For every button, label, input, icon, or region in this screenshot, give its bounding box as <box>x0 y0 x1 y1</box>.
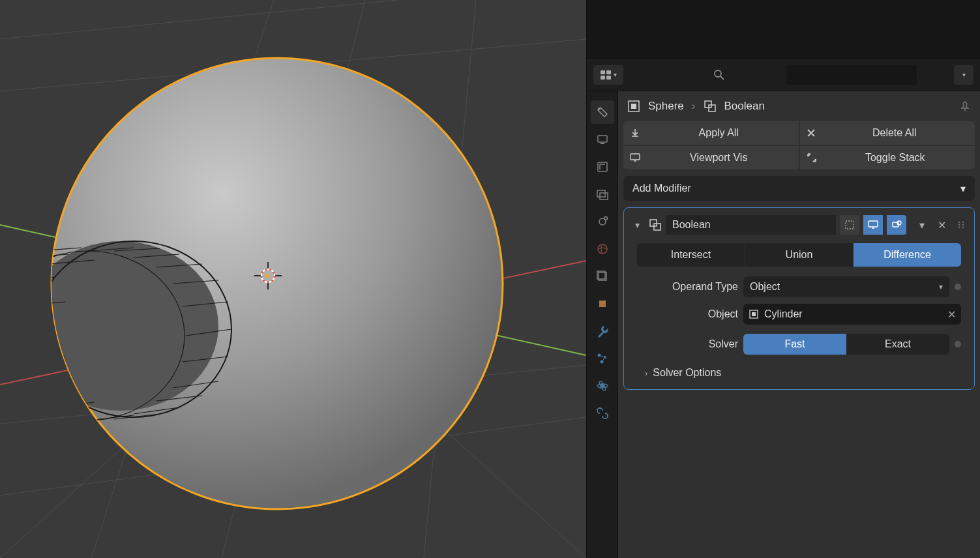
properties-search-input[interactable] <box>786 65 917 85</box>
operand-type-label: Operand Type <box>637 281 738 293</box>
operation-intersect[interactable]: Intersect <box>637 243 745 267</box>
editor-type-dropdown[interactable]: ▾ <box>593 65 623 85</box>
show-editmode-toggle[interactable] <box>840 215 859 235</box>
svg-rect-47 <box>601 70 605 74</box>
tab-world[interactable] <box>591 237 614 261</box>
breadcrumb-modifier: Boolean <box>724 100 765 113</box>
svg-rect-76 <box>709 105 715 111</box>
operation-union[interactable]: Union <box>745 243 854 267</box>
svg-point-90 <box>958 224 960 226</box>
properties-header: ▾ ▾ <box>587 59 980 91</box>
tab-tool[interactable] <box>591 100 614 124</box>
svg-rect-55 <box>601 143 604 144</box>
delete-all-button[interactable]: Delete All <box>800 121 975 145</box>
svg-point-89 <box>962 222 964 224</box>
clear-object[interactable]: ✕ <box>947 308 956 321</box>
svg-point-60 <box>604 217 607 220</box>
apply-all-button[interactable]: Apply All <box>623 121 799 145</box>
svg-rect-75 <box>705 101 711 108</box>
show-render-toggle[interactable] <box>887 215 906 235</box>
boolean-modifier-icon <box>649 218 662 231</box>
breadcrumb: Sphere › Boolean <box>618 91 980 121</box>
chevron-down-icon: ▾ <box>939 282 943 291</box>
tab-modifiers[interactable] <box>591 319 614 343</box>
svg-point-51 <box>715 70 721 77</box>
svg-point-87 <box>897 221 901 225</box>
mesh-icon <box>749 309 759 319</box>
svg-rect-50 <box>606 76 611 80</box>
tab-object[interactable] <box>591 292 614 316</box>
operation-selector: Intersect Union Difference <box>637 243 961 267</box>
properties-tabs <box>587 91 618 558</box>
modifier-batch-buttons: Apply All Delete All Viewport Vis Toggle… <box>618 121 980 176</box>
svg-rect-64 <box>599 301 606 307</box>
svg-line-4 <box>0 0 398 39</box>
modifier-panel: Sphere › Boolean Apply All Delete All Vi… <box>618 91 980 558</box>
viewport-3d[interactable] <box>0 0 586 558</box>
cursor-3d <box>254 262 282 289</box>
animate-solver[interactable] <box>955 341 961 347</box>
search-icon <box>713 69 725 81</box>
svg-line-52 <box>720 76 724 80</box>
svg-point-61 <box>598 244 607 254</box>
svg-rect-95 <box>752 312 756 316</box>
breadcrumb-object: Sphere <box>648 100 684 113</box>
svg-point-53 <box>598 108 601 110</box>
svg-rect-58 <box>600 193 608 199</box>
tab-scene[interactable] <box>591 210 614 233</box>
svg-point-93 <box>962 227 964 229</box>
svg-rect-54 <box>598 136 607 142</box>
chevron-down-icon: ▾ <box>960 183 966 195</box>
operation-difference[interactable]: Difference <box>854 243 961 267</box>
expand-icon <box>807 153 817 163</box>
solver-exact[interactable]: Exact <box>846 334 949 355</box>
modifier-remove[interactable]: ✕ <box>934 215 949 235</box>
tab-particles[interactable] <box>591 347 614 370</box>
solver-fast[interactable]: Fast <box>743 334 846 355</box>
tab-viewlayer[interactable] <box>591 183 614 206</box>
modifier-name-input[interactable] <box>666 215 836 235</box>
object-label: Object <box>637 308 738 320</box>
svg-rect-56 <box>598 162 607 171</box>
object-picker[interactable]: Cylinder ✕ <box>743 304 961 325</box>
viewport-vis-button[interactable]: Viewport Vis <box>623 146 799 169</box>
solver-options-disclosure[interactable]: › Solver Options <box>629 359 969 384</box>
object-icon <box>627 100 640 113</box>
solver-label: Solver <box>637 338 738 350</box>
properties-region: ▾ ▾ Sphere › <box>586 0 980 558</box>
animate-operand-type[interactable] <box>955 284 961 290</box>
modifier-boolean: ▾ ▾ ✕ Intersect Union Difference <box>623 207 975 390</box>
svg-line-29 <box>49 381 55 388</box>
tab-output[interactable] <box>591 155 614 179</box>
svg-point-91 <box>962 224 964 226</box>
pin-icon[interactable] <box>959 100 971 112</box>
apply-icon <box>630 128 640 138</box>
delete-icon <box>807 128 816 138</box>
solver-selector: Fast Exact <box>743 334 949 355</box>
modifier-drag-handle[interactable] <box>953 215 969 235</box>
operand-type-dropdown[interactable]: Object ▾ <box>743 276 949 297</box>
modifier-extras-dropdown[interactable]: ▾ <box>914 215 930 235</box>
svg-line-28 <box>49 407 82 414</box>
svg-rect-74 <box>631 104 636 109</box>
toggle-stack-button[interactable]: Toggle Stack <box>800 146 975 169</box>
tab-constraints[interactable] <box>591 402 614 425</box>
svg-line-69 <box>602 357 605 362</box>
svg-point-92 <box>958 227 960 229</box>
svg-point-46 <box>266 274 270 278</box>
svg-rect-48 <box>606 70 611 74</box>
add-modifier-dropdown[interactable]: Add Modifier ▾ <box>623 176 975 201</box>
options-dropdown[interactable]: ▾ <box>954 65 973 85</box>
svg-rect-83 <box>846 221 854 229</box>
tab-render[interactable] <box>591 128 614 151</box>
svg-rect-82 <box>654 224 661 230</box>
svg-rect-84 <box>869 221 878 227</box>
tab-collection[interactable] <box>591 265 614 288</box>
svg-rect-79 <box>631 154 640 160</box>
svg-rect-57 <box>597 190 605 197</box>
tab-physics[interactable] <box>591 374 614 398</box>
modifier-disclose[interactable]: ▾ <box>629 220 645 230</box>
show-viewport-toggle[interactable] <box>863 215 883 235</box>
display-icon <box>630 153 640 162</box>
svg-line-38 <box>49 357 65 362</box>
